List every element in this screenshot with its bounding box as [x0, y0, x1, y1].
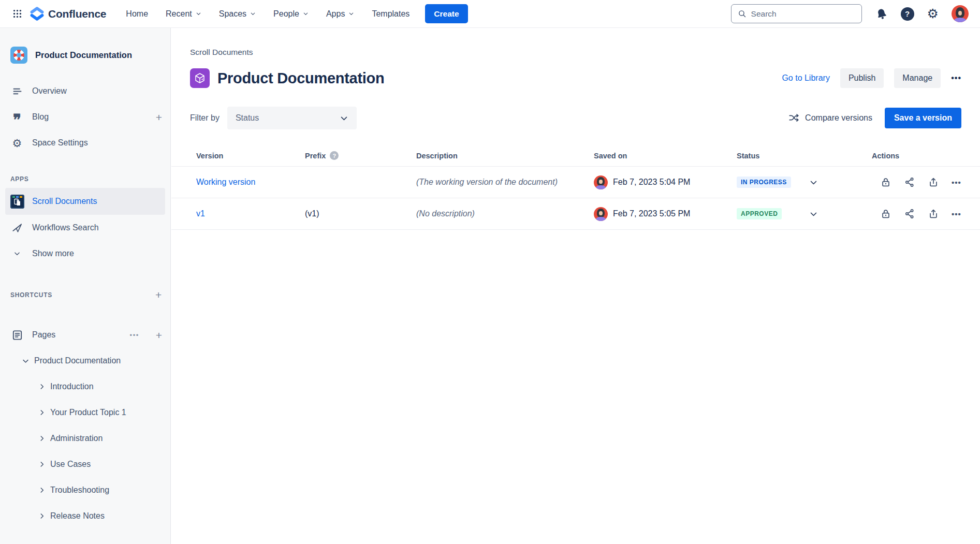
page-tree-item-introduction[interactable]: Introduction	[0, 374, 170, 400]
pages-more-icon[interactable]: •••	[130, 331, 139, 339]
col-header-prefix: Prefix ?	[305, 151, 416, 160]
page-tree-root-product-documentation[interactable]: Product Documentation	[0, 348, 170, 374]
notifications-bell-icon[interactable]	[874, 6, 889, 21]
add-shortcut-icon[interactable]: +	[155, 289, 162, 300]
sidebar-item-scroll-documents[interactable]: Scroll Documents	[5, 188, 165, 215]
status-badge: IN PROGRESS	[737, 177, 791, 188]
add-page-icon[interactable]: +	[156, 330, 162, 341]
lock-icon[interactable]	[880, 177, 891, 188]
sidebar-item-space-settings[interactable]: ⚙ Space Settings	[0, 130, 170, 156]
chevron-down-icon	[348, 11, 354, 17]
versions-table: Version Prefix ? Description Saved on St…	[171, 145, 980, 230]
export-icon[interactable]	[928, 177, 939, 188]
compare-shuffle-icon	[788, 112, 800, 124]
manage-button[interactable]: Manage	[894, 68, 941, 88]
primary-nav: Home Recent Spaces People Apps Templates	[126, 9, 409, 19]
chevron-down-icon[interactable]	[22, 357, 30, 365]
page-tree-item-administration[interactable]: Administration	[0, 425, 170, 451]
workflows-icon	[10, 222, 24, 233]
table-header-row: Version Prefix ? Description Saved on St…	[171, 145, 980, 167]
apps-section-heading: APPS	[0, 175, 170, 183]
description-value: (No description)	[416, 209, 594, 218]
sidebar-item-pages[interactable]: Pages ••• +	[0, 322, 170, 348]
user-avatar[interactable]	[952, 5, 969, 22]
chevron-right-icon[interactable]	[38, 435, 46, 442]
nav-spaces[interactable]: Spaces	[219, 9, 256, 19]
saved-by-avatar	[594, 207, 608, 221]
share-icon[interactable]	[904, 177, 915, 188]
chevron-right-icon[interactable]	[38, 512, 46, 520]
space-header[interactable]: Product Documentation	[10, 47, 161, 64]
pages-document-icon	[10, 329, 24, 341]
search-box[interactable]	[731, 4, 862, 23]
chevron-down-icon	[303, 11, 309, 17]
create-button[interactable]: Create	[425, 4, 467, 23]
go-to-library-link[interactable]: Go to Library	[782, 73, 829, 83]
col-header-actions: Actions	[872, 152, 964, 160]
header-more-icon[interactable]: •••	[951, 73, 961, 83]
row-more-icon[interactable]: •••	[952, 210, 961, 218]
col-header-status: Status	[737, 152, 872, 160]
col-header-version: Version	[196, 152, 305, 160]
page-tree-item-release-notes[interactable]: Release Notes	[0, 503, 170, 529]
chevron-down-icon	[10, 250, 24, 257]
sidebar-item-workflows-search[interactable]: Workflows Search	[0, 215, 170, 241]
chevron-right-icon[interactable]	[38, 383, 46, 390]
search-icon	[738, 9, 747, 18]
table-row: Working version (The working version of …	[171, 167, 980, 198]
sidebar-item-blog[interactable]: ❞ Blog +	[0, 104, 170, 130]
sidebar-item-show-more[interactable]: Show more	[0, 241, 170, 267]
space-sidebar: Product Documentation Overview ❞ Blog + …	[0, 28, 171, 544]
share-icon[interactable]	[904, 208, 915, 219]
search-input[interactable]	[751, 9, 855, 19]
status-expand-chevron-icon[interactable]	[809, 178, 818, 187]
shortcuts-section-heading: SHORTCUTS +	[0, 289, 170, 300]
status-filter-select[interactable]: Status	[227, 107, 357, 129]
help-icon[interactable]: ?	[901, 7, 914, 21]
save-a-version-button[interactable]: Save a version	[885, 108, 961, 128]
nav-people[interactable]: People	[273, 9, 309, 19]
top-navigation-bar: Confluence Home Recent Spaces People App…	[0, 0, 980, 28]
version-link[interactable]: v1	[196, 209, 205, 218]
add-blog-post-icon[interactable]: +	[156, 112, 162, 123]
space-lifebuoy-icon	[10, 47, 27, 64]
prefix-value: (v1)	[305, 209, 416, 218]
app-switcher-icon[interactable]	[8, 5, 26, 23]
page-tree-item-use-cases[interactable]: Use Cases	[0, 451, 170, 477]
settings-gear-icon[interactable]: ⚙	[927, 7, 939, 20]
nav-home[interactable]: Home	[126, 9, 148, 19]
scroll-documents-app-icon	[10, 195, 24, 209]
blog-quote-icon: ❞	[10, 117, 24, 123]
chevron-down-icon	[340, 114, 348, 123]
confluence-logo[interactable]: Confluence	[30, 7, 106, 21]
overview-lines-icon	[10, 86, 24, 97]
breadcrumb[interactable]: Scroll Documents	[190, 48, 961, 57]
col-header-description: Description	[416, 152, 594, 160]
export-icon[interactable]	[928, 208, 939, 219]
chevron-down-icon	[250, 11, 256, 17]
space-settings-gear-icon: ⚙	[10, 138, 24, 149]
lock-icon[interactable]	[880, 208, 891, 219]
version-link[interactable]: Working version	[196, 178, 255, 186]
nav-recent[interactable]: Recent	[166, 9, 201, 19]
prefix-help-icon[interactable]: ?	[330, 151, 339, 160]
document-cube-icon	[190, 68, 210, 88]
chevron-right-icon[interactable]	[38, 487, 46, 494]
description-value: (The working version of the document)	[416, 178, 594, 187]
row-more-icon[interactable]: •••	[952, 178, 961, 187]
confluence-logo-icon	[30, 7, 44, 21]
sidebar-item-overview[interactable]: Overview	[0, 78, 170, 104]
space-name: Product Documentation	[35, 50, 132, 60]
status-expand-chevron-icon[interactable]	[809, 210, 818, 218]
saved-on-value: Feb 7, 2023 5:04 PM	[613, 178, 690, 187]
chevron-right-icon[interactable]	[38, 461, 46, 468]
chevron-down-icon	[196, 11, 201, 17]
page-tree-item-your-product-topic-1[interactable]: Your Product Topic 1	[0, 400, 170, 425]
saved-on-value: Feb 7, 2023 5:05 PM	[613, 209, 690, 218]
nav-apps[interactable]: Apps	[326, 9, 354, 19]
page-tree-item-troubleshooting[interactable]: Troubleshooting	[0, 477, 170, 503]
nav-templates[interactable]: Templates	[372, 9, 409, 19]
compare-versions-button[interactable]: Compare versions	[788, 112, 872, 124]
chevron-right-icon[interactable]	[38, 409, 46, 416]
publish-button[interactable]: Publish	[840, 68, 884, 88]
